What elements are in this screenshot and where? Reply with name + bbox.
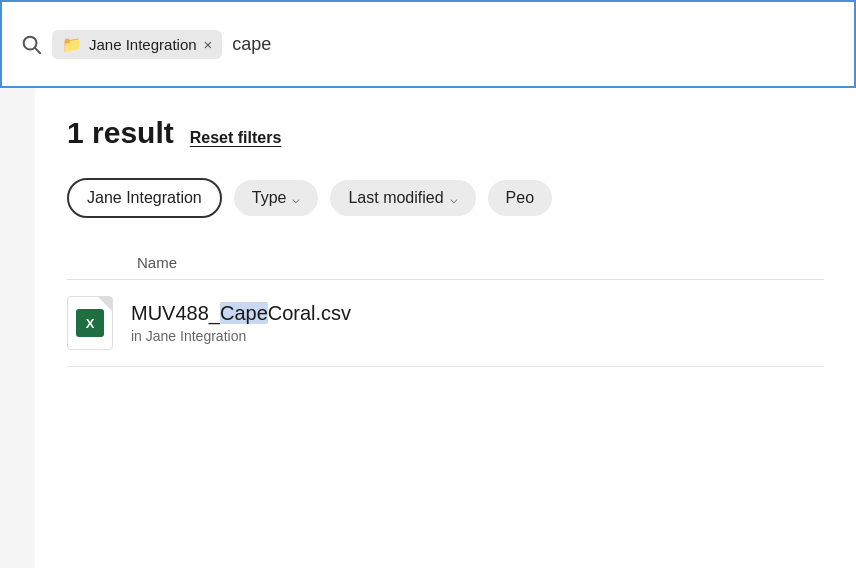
results-table: Name X MUV488_CapeCoral.csv [67,246,824,367]
file-name-prefix: MUV488_ [131,302,220,324]
table-row[interactable]: X MUV488_CapeCoral.csv in Jane Integrati… [67,280,824,367]
search-filter-tag[interactable]: 📁 Jane Integration × [52,30,222,59]
main-content: 1 result Reset filters Jane Integration … [35,88,856,568]
excel-icon: X [76,309,104,337]
filter-tag-close[interactable]: × [204,37,213,52]
file-location-name: Jane Integration [146,328,246,344]
reset-filters-button[interactable]: Reset filters [190,129,282,147]
file-name-suffix: Coral.csv [268,302,351,324]
pill-type[interactable]: Type ⌵ [234,180,319,216]
folder-icon: 📁 [62,35,82,54]
pill-jane-integration-label: Jane Integration [87,189,202,207]
chevron-down-icon-2: ⌵ [450,191,458,206]
file-icon-wrap: X [67,296,113,350]
column-header-name: Name [67,246,824,280]
chevron-down-icon: ⌵ [292,191,300,206]
pill-people-partial[interactable]: Peo [488,180,552,216]
results-count: 1 result [67,116,174,150]
pill-last-modified-label: Last modified [348,189,443,207]
file-location-prefix: in [131,328,146,344]
filter-tag-label: Jane Integration [89,36,197,53]
search-icon [20,33,42,55]
filter-pills-row: Jane Integration Type ⌵ Last modified ⌵ … [67,178,824,218]
pill-people-label: Peo [506,189,534,207]
sidebar-strip [0,88,35,568]
file-info: MUV488_CapeCoral.csv in Jane Integration [131,302,351,344]
search-bar: 📁 Jane Integration × [0,0,856,88]
search-input[interactable] [232,34,836,55]
pill-jane-integration[interactable]: Jane Integration [67,178,222,218]
results-header: 1 result Reset filters [67,116,824,150]
svg-line-1 [35,48,40,53]
file-name: MUV488_CapeCoral.csv [131,302,351,325]
pill-last-modified[interactable]: Last modified ⌵ [330,180,475,216]
file-cell: X MUV488_CapeCoral.csv in Jane Integrati… [67,296,824,350]
file-location: in Jane Integration [131,328,351,344]
file-name-highlight: Cape [220,302,268,324]
pill-type-label: Type [252,189,287,207]
